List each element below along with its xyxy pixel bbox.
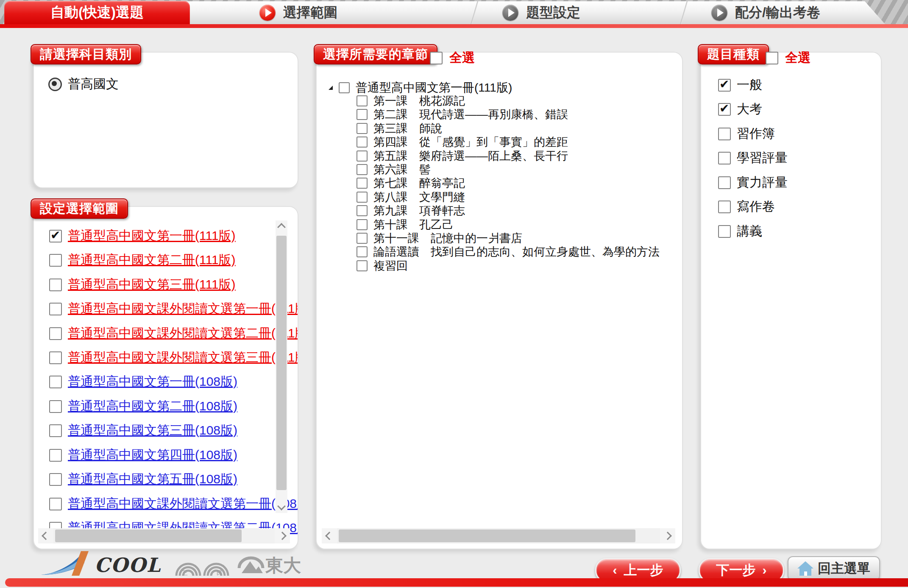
chapter-item[interactable]: 第九課 項脊軒志: [357, 203, 465, 218]
radio-selected-icon[interactable]: [48, 78, 62, 91]
chapters-select-all[interactable]: 全選: [430, 49, 475, 67]
select-all-checkbox[interactable]: [430, 52, 443, 64]
scrollbar-thumb[interactable]: [55, 529, 242, 542]
type-item[interactable]: 學習評量: [718, 149, 788, 167]
book-label[interactable]: 普通型高中國文第三冊(111版): [68, 276, 236, 293]
chapter-label[interactable]: 第一課 桃花源記: [373, 93, 465, 109]
chapter-label[interactable]: 第十一課 記憶中的一爿書店: [373, 231, 522, 246]
checkbox[interactable]: [718, 128, 731, 140]
home-button[interactable]: 回主選單: [788, 556, 880, 581]
chapter-item[interactable]: 第二課 現代詩選——再別康橋、錯誤: [357, 107, 568, 122]
type-label[interactable]: 大考: [737, 100, 762, 118]
chapter-item[interactable]: 第一課 桃花源記: [357, 93, 465, 109]
book-item[interactable]: 普通型高中國文第二冊(108版): [49, 398, 237, 415]
chapter-item[interactable]: 第四課 從「感覺」到「事實」的差距: [357, 134, 568, 150]
checkbox[interactable]: [357, 246, 368, 257]
type-label[interactable]: 習作簿: [737, 125, 775, 142]
checkbox[interactable]: [357, 219, 368, 230]
checkbox[interactable]: [49, 303, 62, 315]
book-label[interactable]: 普通型高中國文課外閱讀文選第一冊(108版): [68, 495, 298, 513]
chapter-label[interactable]: 論語選讀 找到自己的志向、如何立身處世、為學的方法: [373, 244, 660, 259]
tab-score-output[interactable]: 配分/輸出考卷: [711, 1, 820, 24]
tab-auto-quick-select[interactable]: 自動(快速)選題: [4, 1, 190, 24]
checkbox[interactable]: [49, 498, 62, 510]
checkbox[interactable]: [718, 152, 731, 164]
type-item[interactable]: 一般: [718, 76, 762, 94]
scroll-left-button[interactable]: [322, 528, 337, 543]
tab-select-range[interactable]: 選擇範圍: [259, 1, 337, 24]
chapter-label[interactable]: 第四課 從「感覺」到「事實」的差距: [373, 134, 568, 150]
chapter-label[interactable]: 第十課 孔乙己: [373, 217, 454, 232]
book-label[interactable]: 普通型高中國文課外閱讀文選第二冊(111版): [68, 325, 298, 342]
book-label[interactable]: 普通型高中國文第四冊(108版): [68, 446, 237, 464]
tree-expander-icon[interactable]: [329, 86, 333, 90]
checkbox[interactable]: [49, 327, 62, 340]
chapter-item[interactable]: 第八課 文學門縫: [357, 189, 465, 205]
scroll-up-button[interactable]: [276, 220, 287, 234]
chapter-item[interactable]: 第七課 醉翁亭記: [357, 176, 465, 191]
book-item[interactable]: 普通型高中國文第二冊(111版): [49, 251, 236, 269]
checkbox[interactable]: [357, 137, 368, 148]
chapter-item[interactable]: 第六課 髻: [357, 162, 431, 177]
book-label[interactable]: 普通型高中國文第二冊(108版): [68, 398, 237, 415]
chapter-item[interactable]: 第五課 樂府詩選——陌上桑、長干行: [357, 148, 568, 164]
book-item[interactable]: 普通型高中國文第三冊(108版): [49, 422, 237, 439]
checkbox[interactable]: [49, 230, 62, 242]
vertical-scrollbar[interactable]: [276, 220, 287, 513]
book-label[interactable]: 普通型高中國文課外閱讀文選第三冊(111版): [68, 349, 298, 366]
horizontal-scrollbar[interactable]: [322, 528, 675, 543]
checkbox[interactable]: [49, 376, 62, 388]
checkbox[interactable]: [49, 400, 62, 413]
book-item[interactable]: 普通型高中國文課外閱讀文選第三冊(111版): [49, 349, 298, 366]
chapter-item[interactable]: 第三課 師說: [357, 121, 442, 136]
book-label[interactable]: 普通型高中國文第一冊(111版): [68, 227, 236, 245]
book-item[interactable]: 普通型高中國文課外閱讀文選第一冊(108版): [49, 495, 298, 513]
select-all-checkbox[interactable]: [766, 52, 778, 64]
book-label[interactable]: 普通型高中國文第五冊(108版): [68, 471, 237, 488]
checkbox[interactable]: [357, 205, 368, 216]
type-item[interactable]: 實力評量: [718, 174, 788, 191]
book-item[interactable]: 普通型高中國文第五冊(108版): [49, 471, 237, 488]
chapter-label[interactable]: 第五課 樂府詩選——陌上桑、長干行: [373, 148, 568, 164]
chapter-label[interactable]: 第三課 師說: [373, 121, 442, 136]
chapter-label[interactable]: 複習回: [373, 258, 408, 273]
checkbox[interactable]: [49, 351, 62, 364]
checkbox[interactable]: [49, 424, 62, 437]
chapter-item[interactable]: 第十一課 記憶中的一爿書店: [357, 231, 522, 246]
chapter-item[interactable]: 複習回: [357, 258, 408, 273]
checkbox[interactable]: [718, 225, 731, 238]
checkbox[interactable]: [357, 192, 368, 203]
checkbox[interactable]: [357, 123, 368, 134]
type-item[interactable]: 大考: [718, 100, 762, 118]
checkbox[interactable]: [357, 150, 368, 162]
type-label[interactable]: 實力評量: [737, 174, 788, 191]
scrollbar-thumb[interactable]: [276, 236, 287, 490]
book-label[interactable]: 普通型高中國文課外閱讀文選第一冊(111版): [68, 300, 298, 318]
book-label[interactable]: 普通型高中國文第二冊(111版): [68, 251, 236, 269]
checkbox[interactable]: [339, 82, 350, 93]
book-label[interactable]: 普通型高中國文第三冊(108版): [68, 422, 237, 439]
type-item[interactable]: 寫作卷: [718, 198, 775, 215]
types-select-all[interactable]: 全選: [766, 49, 811, 67]
chapter-label[interactable]: 第二課 現代詩選——再別康橋、錯誤: [373, 107, 568, 122]
book-item[interactable]: 普通型高中國文第一冊(111版): [49, 227, 236, 245]
type-item[interactable]: 講義: [718, 223, 762, 240]
checkbox[interactable]: [357, 178, 368, 189]
tab-question-type-settings[interactable]: 題型設定: [502, 1, 580, 24]
type-label[interactable]: 學習評量: [737, 149, 788, 167]
checkbox[interactable]: [49, 279, 62, 291]
checkbox[interactable]: [357, 233, 368, 244]
checkbox[interactable]: [718, 201, 731, 213]
chapter-label[interactable]: 第八課 文學門縫: [373, 189, 465, 205]
type-label[interactable]: 寫作卷: [737, 198, 775, 215]
checkbox[interactable]: [718, 79, 731, 92]
checkbox[interactable]: [49, 449, 62, 462]
checkbox[interactable]: [49, 473, 62, 486]
scroll-right-button[interactable]: [660, 528, 675, 543]
book-item[interactable]: 普通型高中國文第一冊(108版): [49, 373, 237, 390]
book-item[interactable]: 普通型高中國文第四冊(108版): [49, 446, 237, 464]
checkbox[interactable]: [49, 254, 62, 267]
book-item[interactable]: 普通型高中國文課外閱讀文選第二冊(111版): [49, 325, 298, 342]
chapter-label[interactable]: 第九課 項脊軒志: [373, 203, 465, 218]
book-item[interactable]: 普通型高中國文第三冊(111版): [49, 276, 236, 293]
